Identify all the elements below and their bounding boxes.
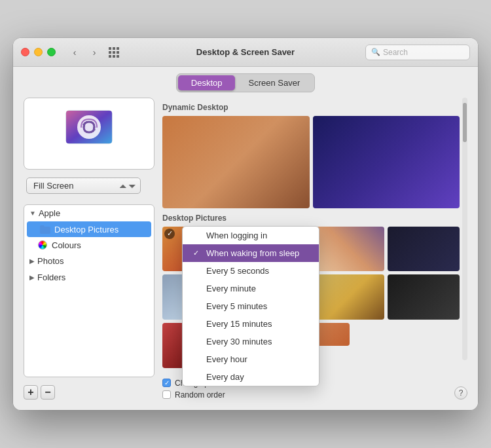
remove-button[interactable]: − — [41, 385, 55, 400]
menu-label-waking: When waking from sleep — [206, 248, 299, 258]
maximize-button[interactable] — [47, 48, 56, 56]
menu-label-day: Every day — [206, 372, 244, 382]
nav-buttons: ‹ › — [66, 46, 103, 59]
dynamic-desktop-grid — [162, 116, 460, 208]
left-panel: Fill Screen Fit to Screen Stretch to Fil… — [24, 98, 155, 399]
tab-bar: Desktop Screen Saver — [13, 67, 478, 98]
menu-item-day[interactable]: Every day — [183, 368, 319, 386]
sidebar-item-desktop-pictures[interactable]: Desktop Pictures — [27, 221, 151, 237]
menu-item-5-seconds[interactable]: Every 5 seconds — [183, 262, 319, 280]
grid-button[interactable] — [105, 46, 122, 59]
thumb-7[interactable] — [313, 274, 385, 320]
tab-screensaver[interactable]: Screen Saver — [235, 75, 313, 90]
search-input[interactable] — [383, 48, 464, 57]
thumb-dynamic-2[interactable] — [313, 116, 460, 208]
folders-arrow-icon: ▶ — [29, 274, 35, 281]
photos-arrow-icon: ▶ — [29, 257, 35, 265]
folders-label: Folders — [37, 272, 65, 282]
menu-label-5-minutes: Every 5 minutes — [206, 301, 267, 311]
forward-button[interactable]: › — [86, 46, 103, 59]
help-button[interactable]: ? — [454, 386, 467, 400]
colours-label: Colours — [52, 240, 81, 250]
photos-header[interactable]: ▶ Photos — [24, 253, 154, 269]
menu-label-hour: Every hour — [206, 354, 247, 364]
thumb-8[interactable] — [388, 274, 460, 320]
menu-item-30-minutes[interactable]: Every 30 minutes — [183, 333, 319, 350]
colour-icon — [37, 240, 48, 250]
minimize-button[interactable] — [34, 48, 43, 56]
menu-label-minute: Every minute — [206, 284, 256, 293]
menu-item-minute[interactable]: Every minute — [183, 280, 319, 297]
right-panel: Dynamic Desktop Desktop Pictures — [162, 98, 467, 399]
desktop-pictures-label: Desktop Pictures — [162, 214, 460, 223]
random-order-row: Random order — [162, 390, 467, 400]
titlebar: ‹ › Desktop & Screen Saver 🔍 — [13, 38, 478, 67]
menu-item-logging-in[interactable]: When logging in — [183, 227, 319, 244]
change-picture-dropdown-menu: When logging in ✓ When waking from sleep… — [182, 226, 319, 386]
thumb-3[interactable] — [313, 227, 385, 272]
menu-item-waking[interactable]: ✓ When waking from sleep — [183, 244, 319, 262]
menu-item-5-minutes[interactable]: Every 5 minutes — [183, 297, 319, 315]
menu-item-hour[interactable]: Every hour — [183, 350, 319, 368]
close-button[interactable] — [21, 48, 29, 56]
desktop-pictures-label: Desktop Pictures — [54, 225, 118, 234]
search-box[interactable]: 🔍 — [365, 45, 470, 60]
random-order-checkbox[interactable] — [162, 390, 171, 399]
menu-item-15-minutes[interactable]: Every 15 minutes — [183, 315, 319, 333]
apple-group-header[interactable]: ▼ Apple — [24, 205, 154, 221]
traffic-lights — [21, 48, 56, 56]
apple-group-label: Apple — [39, 208, 60, 218]
dynamic-desktop-label: Dynamic Desktop — [162, 103, 460, 112]
menu-check-waking: ✓ — [193, 249, 202, 257]
thumb-4[interactable] — [388, 227, 460, 272]
main-window: ‹ › Desktop & Screen Saver 🔍 Desktop Scr… — [13, 38, 478, 409]
tab-desktop[interactable]: Desktop — [178, 75, 236, 90]
add-button[interactable]: + — [24, 385, 38, 400]
scroll-thumb — [463, 103, 467, 142]
group-arrow-icon: ▼ — [29, 210, 36, 217]
window-title: Desktop & Screen Saver — [196, 47, 295, 57]
thumb-dynamic-1[interactable] — [162, 116, 310, 208]
preview-svg — [63, 107, 115, 160]
menu-label-30-minutes: Every 30 minutes — [206, 337, 272, 346]
random-order-label: Random order — [175, 390, 225, 400]
sidebar-tree: ▼ Apple Desktop Pictures Colours — [24, 204, 155, 377]
menu-label-5-seconds: Every 5 seconds — [206, 266, 269, 276]
photos-label: Photos — [37, 256, 64, 266]
search-icon: 🔍 — [371, 48, 380, 56]
fill-screen-dropdown[interactable]: Fill Screen Fit to Screen Stretch to Fil… — [26, 177, 141, 194]
bottom-controls: + − — [24, 383, 155, 400]
dropdown-control: Fill Screen Fit to Screen Stretch to Fil… — [24, 177, 155, 194]
scroll-track[interactable] — [462, 98, 467, 360]
bottom-bar: ✓ Change picture: Random order When logg… — [162, 373, 467, 400]
main-content: Fill Screen Fit to Screen Stretch to Fil… — [13, 98, 478, 409]
sidebar-item-colours[interactable]: Colours — [24, 237, 154, 253]
menu-label-15-minutes: Every 15 minutes — [206, 319, 272, 329]
folders-header[interactable]: ▶ Folders — [24, 269, 154, 286]
preview-box — [24, 98, 155, 170]
change-picture-checkbox[interactable]: ✓ — [162, 379, 171, 387]
back-button[interactable]: ‹ — [66, 46, 83, 59]
menu-label-logging-in: When logging in — [206, 231, 267, 240]
preview-image — [63, 107, 115, 160]
dropdown-wrapper: Fill Screen Fit to Screen Stretch to Fil… — [26, 177, 141, 194]
grid-icon — [109, 47, 119, 58]
folder-icon — [40, 224, 50, 234]
segment-control: Desktop Screen Saver — [176, 73, 315, 92]
